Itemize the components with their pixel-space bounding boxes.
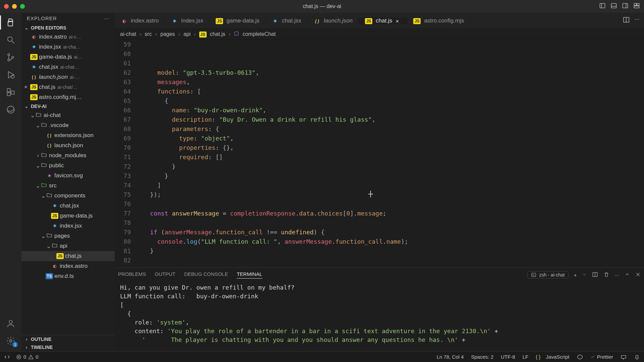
editor-tab[interactable]: ⚛chat.jsx [266,17,308,24]
activity-accounts[interactable] [5,318,16,329]
folder-item[interactable]: ›node_modules [21,150,115,161]
layout-customize-icon[interactable] [633,2,640,11]
editor-tab[interactable]: ◐index.astro [115,17,165,24]
editor-tab[interactable]: JSastro.config.mjs [407,17,470,24]
js-file-icon: JS [30,84,38,90]
file-item[interactable]: ★favicon.svg [21,171,115,181]
breadcrumb-segment[interactable]: ai-chat [120,31,136,37]
code-content[interactable]: model: "gpt-3.5-turbo-0613", messages, f… [136,40,644,267]
activity-extensions[interactable] [5,86,16,98]
breadcrumb-segment[interactable]: api [183,31,191,37]
code-editor[interactable]: 5960616263646566676869707172737475767778… [115,40,644,267]
close-icon[interactable]: × [24,84,30,90]
js-file-icon: JS [30,54,38,60]
status-encoding[interactable]: UTF-8 [501,354,515,360]
open-editor-item[interactable]: ×{ }launch.jsonai-… [21,72,115,82]
breadcrumb-segment[interactable]: completeChat [243,31,276,37]
chevron-down-icon: ⌄ [41,233,46,240]
json-file-icon: { } [46,132,53,138]
project-header[interactable]: ⌄ DEV-AI [21,102,115,110]
status-bell-icon[interactable] [634,354,640,360]
terminal-chevron-down-icon[interactable] [582,272,587,278]
editor-tab[interactable]: JSgame-data.js [210,17,266,24]
status-cursor[interactable]: Ln 78, Col 4 [437,354,464,360]
folder-item[interactable]: ⌄src [21,181,115,191]
status-prettier[interactable]: Prettier [590,354,613,360]
panel-tab-problems[interactable]: PROBLEMS [118,271,146,279]
breadcrumbs[interactable]: ai-chat›src›pages›api›JSchat.js›complete… [115,29,644,40]
breadcrumb-segment[interactable]: src [145,31,152,37]
file-name: launch.json [39,74,68,80]
jsx-file-icon: ⚛ [272,17,279,24]
status-spaces[interactable]: Spaces: 2 [471,354,494,360]
tab-more-icon[interactable]: ··· [635,16,639,25]
status-problems[interactable]: 0 0 [16,354,39,360]
open-editor-item[interactable]: ×JSgame-data.jsai… [21,52,115,62]
close-window-icon[interactable] [4,4,9,9]
folder-item[interactable]: ⌄public [21,161,115,171]
activity-edge-tools[interactable] [5,104,16,115]
terminal-shell-selector[interactable]: zsh - ai-chat [527,271,568,279]
open-editor-item[interactable]: ×JSchat.jsai-chat/… [21,82,115,92]
file-name: chat.jsx [60,202,79,209]
status-eslint-icon[interactable] [577,354,583,360]
toggle-panel-bottom-icon[interactable] [610,2,617,11]
timeline-header[interactable]: › TIMELINE [21,343,115,351]
folder-item[interactable]: ⌄components [21,191,115,201]
terminal-new-icon[interactable]: + [574,272,577,278]
file-name: ai-chat [44,112,61,119]
status-language[interactable]: { } JavaScript [536,354,569,360]
close-icon[interactable]: × [395,18,401,23]
activity-search[interactable] [5,34,16,46]
file-item[interactable]: ◐index.astro [21,261,115,271]
open-editor-item[interactable]: ×JSastro.config.mj… [21,92,115,102]
terminal-output[interactable]: Hi, can you give Dr. owen a refill on my… [115,282,644,351]
terminal-split-icon[interactable] [592,272,598,279]
open-editor-item[interactable]: ×⚛index.jsxai-cha… [21,42,115,52]
panel-tab-terminal[interactable]: TERMINAL [237,271,262,279]
status-eol[interactable]: LF [523,354,529,360]
panel-close-icon[interactable] [635,272,641,278]
file-item[interactable]: TSenv.d.ts [21,271,115,281]
file-item[interactable]: { }extensions.json [21,130,115,140]
svg-rect-19 [11,91,14,94]
panel-tab-output[interactable]: OUTPUT [155,271,175,279]
outline-header[interactable]: › OUTLINE [21,335,115,343]
panel-more-icon[interactable]: ··· [615,272,619,278]
editor-tab[interactable]: JSchat.js× [359,17,407,24]
activity-explorer[interactable] [5,17,16,28]
folder-item[interactable]: ⌄api [21,241,115,251]
file-item[interactable]: JSgame-data.js [21,211,115,221]
maximize-window-icon[interactable] [20,4,25,9]
activity-debug[interactable] [5,69,16,80]
file-item[interactable]: JSchat.js [21,251,115,261]
file-name: favicon.svg [54,172,83,179]
open-editor-item[interactable]: ×⚛chat.jsxai-chat… [21,62,115,72]
breadcrumb-segment[interactable]: pages [160,31,175,37]
activity-source-control[interactable] [5,52,16,63]
toggle-panel-left-icon[interactable] [599,2,606,11]
editor-tab[interactable]: ⚛index.jsx [165,17,210,24]
explorer-more-icon[interactable]: ··· [104,15,109,21]
folder-item[interactable]: ⌄pages [21,231,115,241]
folder-item[interactable]: ⌄ai-chat [21,110,115,120]
split-editor-icon[interactable] [623,16,630,25]
astro-file-icon: ◐ [51,263,58,269]
minimize-window-icon[interactable] [12,4,17,9]
file-item[interactable]: ⚛chat.jsx [21,201,115,211]
breadcrumb-segment[interactable]: chat.js [210,31,225,37]
chevron-right-icon: › [229,31,230,37]
terminal-kill-icon[interactable] [603,272,609,279]
folder-item[interactable]: ⌄.vscode [21,120,115,130]
file-item[interactable]: ⚛index.jsx [21,221,115,231]
file-item[interactable]: { }launch.json [21,140,115,150]
toggle-panel-right-icon[interactable] [622,2,629,11]
status-remote-icon[interactable] [4,354,10,360]
panel-maximize-icon[interactable] [625,272,630,278]
open-editor-item[interactable]: ×◐index.astroai-c… [21,32,115,42]
open-editors-header[interactable]: ⌄ OPEN EDITORS [21,24,115,32]
editor-tab[interactable]: { }launch.json [308,17,359,24]
activity-settings[interactable]: 1 [5,335,16,347]
status-feedback-icon[interactable] [621,354,627,360]
panel-tab-debug-console[interactable]: DEBUG CONSOLE [184,271,228,279]
